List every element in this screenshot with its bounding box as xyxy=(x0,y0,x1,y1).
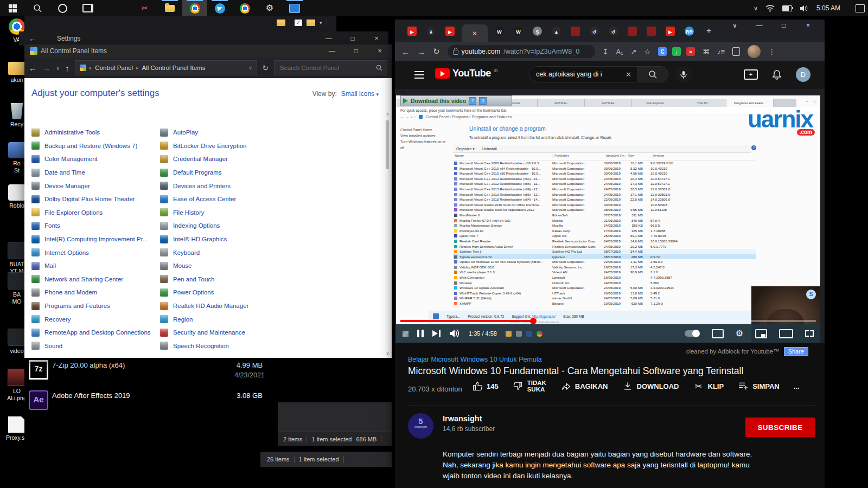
account-avatar[interactable]: D xyxy=(796,67,810,82)
share-icon[interactable]: ↗ xyxy=(631,48,637,56)
next-button[interactable] xyxy=(432,330,441,337)
start-button[interactable] xyxy=(0,0,25,16)
control-panel-item[interactable]: Network and Sharing Center xyxy=(31,273,158,286)
bookmark-star-icon[interactable]: ☆ xyxy=(644,48,650,56)
clock[interactable]: 5:05 AM xyxy=(816,4,840,12)
ad-help-button[interactable]: ? xyxy=(469,97,476,105)
extensions-puzzle-icon[interactable]: ⌘ xyxy=(703,48,710,56)
control-panel-item[interactable]: Indexing Options xyxy=(160,219,287,233)
cortana-button[interactable] xyxy=(50,0,75,16)
volume-icon[interactable] xyxy=(449,329,460,338)
scroll-down-icon[interactable]: ∨ xyxy=(385,351,391,356)
dislike-button[interactable]: TIDAKSUKA xyxy=(513,380,546,393)
subtitles-button[interactable] xyxy=(712,329,724,338)
control-panel-item[interactable]: Region xyxy=(160,312,287,326)
taskbar-search-button[interactable] xyxy=(25,0,50,16)
create-video-icon[interactable]: + xyxy=(744,69,758,80)
up-arrow-icon[interactable]: ↑ xyxy=(65,63,69,73)
search-input[interactable] xyxy=(535,70,623,79)
youtube-logo[interactable]: YouTube ID xyxy=(435,68,498,79)
taskbar-snipping-tool[interactable]: ✂ xyxy=(132,0,157,16)
checkmark-icon[interactable]: ✓ xyxy=(295,20,302,26)
settings-gear-icon[interactable]: ⚙ xyxy=(736,329,743,338)
extension-icon[interactable]: » xyxy=(686,47,695,56)
control-panel-item[interactable]: Intel® HD Graphics xyxy=(160,233,287,246)
forward-arrow-icon[interactable]: → xyxy=(417,47,425,56)
pinned-tab[interactable]: ▶ xyxy=(445,27,455,36)
pinned-tab[interactable]: W xyxy=(495,27,504,36)
back-arrow-icon[interactable]: ← xyxy=(401,47,410,56)
control-panel-item[interactable]: Ease of Access Center xyxy=(160,192,287,206)
volume-icon[interactable] xyxy=(800,5,809,12)
clip-button[interactable]: ✂ KLIP xyxy=(693,381,724,391)
channel-avatar[interactable]: 5 Irwansight xyxy=(408,413,433,439)
history-chevron-icon[interactable]: ∨ xyxy=(56,65,60,71)
progress-thumb[interactable] xyxy=(530,318,537,324)
pinned-tab[interactable]: ↺ xyxy=(609,27,618,36)
control-panel-item[interactable]: Security and Maintenance xyxy=(160,326,287,339)
active-tab[interactable]: ✕ xyxy=(462,24,488,42)
control-panel-item[interactable]: BitLocker Drive Encryption xyxy=(160,139,287,153)
control-panel-item[interactable]: Speech Recognition xyxy=(160,339,287,353)
hidden-icons-chevron[interactable]: ∨ xyxy=(754,5,758,12)
control-panel-item[interactable]: Dolby Digital Plus Home Theater xyxy=(31,192,158,206)
control-panel-item[interactable]: Mail xyxy=(31,259,158,273)
pinned-tab[interactable]: ▲ xyxy=(552,27,561,36)
autoplay-toggle[interactable] xyxy=(685,330,700,337)
hamburger-menu-icon[interactable] xyxy=(414,71,424,72)
fullscreen-button[interactable] xyxy=(805,330,814,337)
install-icon[interactable]: ↧ xyxy=(603,48,609,56)
back-arrow-icon[interactable]: ← xyxy=(29,63,37,73)
control-panel-item[interactable]: Recovery xyxy=(31,312,158,326)
control-panel-item[interactable]: AutoPlay xyxy=(160,126,287,139)
control-panel-item[interactable]: Pen and Touch xyxy=(160,273,287,286)
folder-icon[interactable] xyxy=(277,20,285,26)
extension-icon[interactable]: ↓ xyxy=(672,47,681,56)
taskbar-settings[interactable]: ⚙ xyxy=(257,0,282,16)
theater-mode-button[interactable] xyxy=(779,329,793,338)
notifications-bell-icon[interactable] xyxy=(772,69,782,80)
close-icon[interactable]: × xyxy=(365,35,388,42)
control-panel-item[interactable]: Internet Options xyxy=(31,246,158,259)
search-button[interactable] xyxy=(637,66,668,82)
back-arrow-icon[interactable]: ← xyxy=(29,34,36,43)
pinned-tab[interactable]: RR xyxy=(685,27,694,36)
control-panel-item[interactable]: Power Options xyxy=(160,286,287,299)
close-icon[interactable]: × xyxy=(796,22,820,29)
tab-search-chevron-icon[interactable]: ∨ xyxy=(723,22,747,29)
pause-button[interactable] xyxy=(417,330,424,337)
breadcrumb-control-panel[interactable]: Control Panel xyxy=(95,65,133,71)
voice-search-button[interactable] xyxy=(675,66,692,84)
control-panel-item[interactable]: Backup and Restore (Windows 7) xyxy=(31,139,158,153)
breadcrumb-all-items[interactable]: All Control Panel Items xyxy=(142,65,206,71)
control-panel-item[interactable]: Realtek HD Audio Manager xyxy=(160,299,287,313)
reload-icon[interactable]: ↻ xyxy=(433,47,440,56)
control-panel-item[interactable]: Credential Manager xyxy=(160,152,287,166)
folder-icon[interactable] xyxy=(307,20,315,26)
taskbar-file-explorer[interactable] xyxy=(157,0,182,16)
youtube-search-box[interactable]: ✕ xyxy=(529,66,637,82)
control-panel-item[interactable]: Sound xyxy=(31,339,158,353)
browser-menu-icon[interactable]: ⋮ xyxy=(768,48,775,56)
taskbar-chrome-active[interactable] xyxy=(182,0,207,16)
pinned-tab[interactable]: λ xyxy=(426,27,436,36)
like-button[interactable]: 145 xyxy=(472,381,499,391)
adblock-share-button[interactable]: Share xyxy=(784,347,808,356)
forward-arrow-icon[interactable]: → xyxy=(42,63,50,73)
progress-bar[interactable] xyxy=(400,320,816,322)
playlist-icon[interactable]: ♪≡ xyxy=(717,48,725,56)
maximize-icon[interactable]: □ xyxy=(344,47,368,55)
control-panel-item[interactable]: Fonts xyxy=(31,219,158,233)
pinned-tab[interactable]: ▶ xyxy=(407,27,417,36)
new-tab-button[interactable]: + xyxy=(706,26,711,36)
control-panel-item[interactable]: Keyboard xyxy=(160,246,287,259)
control-panel-item[interactable]: Date and Time xyxy=(31,166,158,179)
scrollbar-thumb[interactable] xyxy=(386,120,389,169)
control-panel-item[interactable]: RemoteApp and Desktop Connections xyxy=(31,326,158,339)
address-bar[interactable]: youtube.com/watch?v=IpZ3uAmW8_0 xyxy=(448,45,595,58)
control-panel-item[interactable]: Intel(R) Computing Improvement Pr... xyxy=(31,233,158,246)
minimize-icon[interactable]: — xyxy=(747,22,771,29)
settings-window-titlebar[interactable]: ← Settings — □ × xyxy=(19,31,388,46)
pinned-tab[interactable] xyxy=(647,27,656,36)
scroll-up-icon[interactable]: ∧ xyxy=(385,112,391,117)
